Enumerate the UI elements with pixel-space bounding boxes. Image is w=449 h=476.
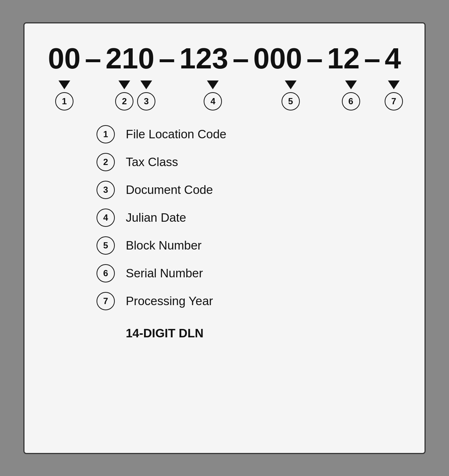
arrow-3 bbox=[140, 80, 152, 89]
arrows-23: 2 3 bbox=[115, 78, 155, 110]
legend-label-2: Tax Class bbox=[126, 155, 178, 169]
seg4-group: 5 bbox=[265, 78, 316, 110]
legend-label-3: Document Code bbox=[126, 183, 213, 197]
arrow-4 bbox=[207, 80, 219, 89]
arrow-5 bbox=[285, 80, 297, 89]
legend-item-4: 4 Julian Date bbox=[97, 209, 352, 227]
dln-sep-3: – bbox=[233, 42, 249, 75]
circle-2: 2 bbox=[115, 92, 133, 110]
legend-label-4: Julian Date bbox=[126, 211, 186, 225]
circle-1: 1 bbox=[55, 92, 73, 110]
dln-seg-5: 12 bbox=[327, 42, 360, 75]
legend-item-2: 2 Tax Class bbox=[97, 153, 352, 171]
legend-label-7: Processing Year bbox=[126, 294, 213, 308]
arrow-6 bbox=[345, 80, 357, 89]
legend-circle-7: 7 bbox=[97, 292, 115, 310]
seg2-group: 2 3 bbox=[110, 78, 161, 110]
arrow-2 bbox=[118, 80, 130, 89]
seg5-group: 6 bbox=[336, 78, 366, 110]
dln-seg-1: 00 bbox=[48, 42, 80, 75]
dln-seg-4: 000 bbox=[253, 42, 302, 75]
legend-item-5: 5 Block Number bbox=[97, 236, 352, 255]
circle-6: 6 bbox=[342, 92, 360, 110]
main-card: 00 – 210 – 123 – 000 – 12 – 4 1 bbox=[23, 22, 426, 454]
footer-label: 14-DIGIT DLN bbox=[126, 326, 204, 340]
dln-sep-4: – bbox=[306, 42, 323, 75]
arrow-1 bbox=[59, 80, 70, 89]
legend-circle-2: 2 bbox=[97, 153, 115, 171]
dln-seg-6: 4 bbox=[385, 42, 401, 75]
legend-circle-3: 3 bbox=[97, 181, 115, 199]
dln-sep-2: – bbox=[159, 42, 175, 75]
dln-seg-2: 210 bbox=[106, 42, 154, 75]
circle-3: 3 bbox=[137, 92, 155, 110]
circle-7: 7 bbox=[385, 92, 403, 110]
legend-item-1: 1 File Location Code bbox=[97, 125, 352, 143]
legend-label-1: File Location Code bbox=[126, 127, 226, 141]
seg2-left: 2 bbox=[115, 78, 133, 110]
legend-item-6: 6 Serial Number bbox=[97, 264, 352, 282]
seg2-right: 3 bbox=[137, 78, 155, 110]
legend-circle-6: 6 bbox=[97, 264, 115, 282]
legend-item-7: 7 Processing Year bbox=[97, 292, 352, 310]
legend-circle-5: 5 bbox=[97, 236, 115, 255]
seg1-group: 1 bbox=[45, 78, 83, 110]
dln-number-row: 00 – 210 – 123 – 000 – 12 – 4 bbox=[48, 42, 401, 75]
legend-label-5: Block Number bbox=[126, 239, 201, 252]
legend-item-3: 3 Document Code bbox=[97, 181, 352, 199]
dln-sep-5: – bbox=[364, 42, 381, 75]
legend-label-6: Serial Number bbox=[126, 266, 203, 280]
legend-section: 1 File Location Code 2 Tax Class 3 Docum… bbox=[97, 125, 352, 340]
dln-sep-1: – bbox=[85, 42, 101, 75]
circle-5: 5 bbox=[282, 92, 300, 110]
seg6-group: 7 bbox=[384, 78, 404, 110]
seg3-group: 4 bbox=[187, 78, 238, 110]
dln-diagram: 00 – 210 – 123 – 000 – 12 – 4 1 bbox=[45, 42, 404, 110]
arrows-row: 1 2 3 bbox=[45, 78, 404, 110]
arrow-7 bbox=[388, 80, 400, 89]
footer-row: 14-DIGIT DLN bbox=[97, 323, 352, 340]
circle-4: 4 bbox=[204, 92, 222, 110]
dln-seg-3: 123 bbox=[180, 42, 228, 75]
legend-circle-4: 4 bbox=[97, 209, 115, 227]
legend-circle-1: 1 bbox=[97, 125, 115, 143]
